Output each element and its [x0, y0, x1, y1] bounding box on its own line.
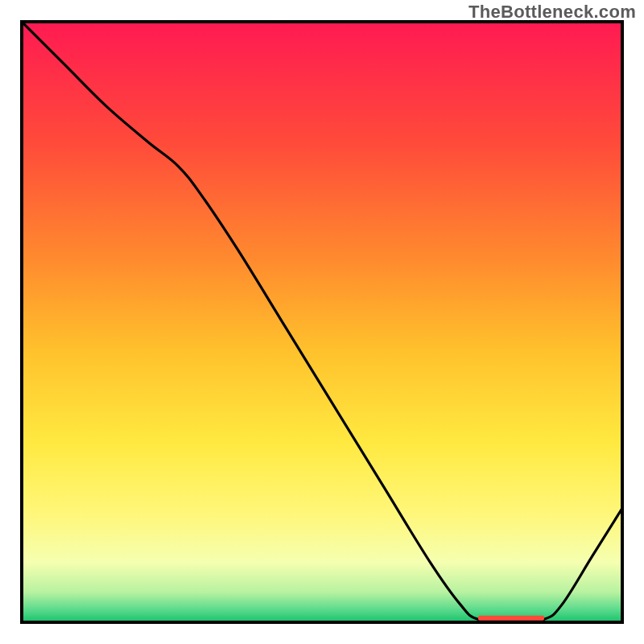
watermark-text: TheBottleneck.com — [469, 2, 636, 23]
flat-segment-marker — [478, 616, 544, 621]
chart-stage: TheBottleneck.com — [0, 0, 644, 644]
chart-canvas — [0, 0, 644, 644]
